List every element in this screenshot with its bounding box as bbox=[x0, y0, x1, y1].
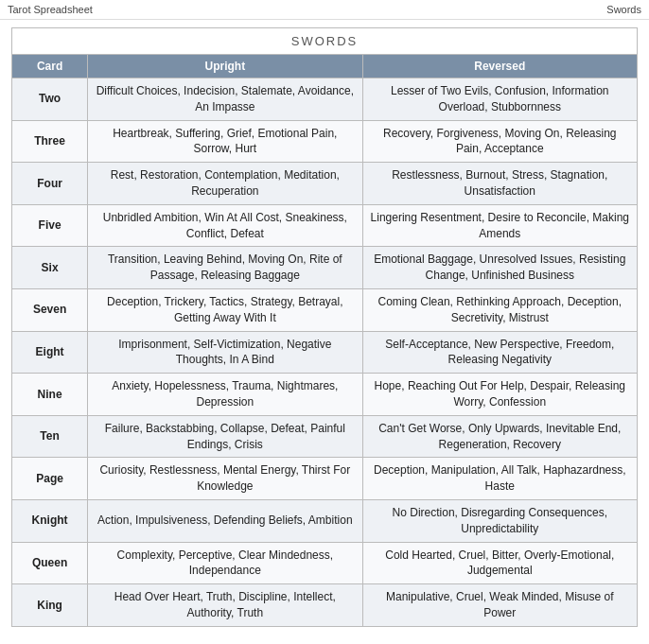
header-upright: Upright bbox=[88, 55, 362, 78]
table-row: TenFailure, Backstabbing, Collapse, Defe… bbox=[12, 415, 638, 458]
table-row: QueenComplexity, Perceptive, Clear Minde… bbox=[12, 542, 638, 584]
card-name: Four bbox=[12, 163, 88, 205]
card-name: Three bbox=[12, 120, 88, 163]
reversed-meanings: Lingering Resentment, Desire to Reconcil… bbox=[362, 204, 637, 247]
table-row: PageCuriosity, Restlessness, Mental Ener… bbox=[12, 458, 638, 500]
card-name: Six bbox=[12, 247, 88, 289]
reversed-meanings: Recovery, Forgiveness, Moving On, Releas… bbox=[362, 120, 637, 163]
reversed-meanings: No Direction, Disregarding Consequences,… bbox=[362, 499, 637, 542]
card-name: Page bbox=[12, 458, 88, 500]
section-title: SWORDS bbox=[12, 28, 638, 55]
upright-meanings: Transition, Leaving Behind, Moving On, R… bbox=[88, 247, 362, 289]
upright-meanings: Failure, Backstabbing, Collapse, Defeat,… bbox=[88, 415, 362, 458]
app-title: Tarot Spreadsheet bbox=[8, 4, 93, 15]
table-row: NineAnxiety, Hopelessness, Trauma, Night… bbox=[12, 374, 638, 416]
reversed-meanings: Cold Hearted, Cruel, Bitter, Overly-Emot… bbox=[362, 542, 637, 584]
card-name: Queen bbox=[12, 542, 88, 584]
reversed-meanings: Manipulative, Cruel, Weak Minded, Misuse… bbox=[362, 584, 637, 627]
card-name: Nine bbox=[12, 374, 88, 416]
table-row: EightImprisonment, Self-Victimization, N… bbox=[12, 331, 638, 374]
card-name: Ten bbox=[12, 415, 88, 458]
header-card: Card bbox=[12, 55, 88, 78]
upright-meanings: Unbridled Ambition, Win At All Cost, Sne… bbox=[88, 204, 362, 247]
reversed-meanings: Lesser of Two Evils, Confusion, Informat… bbox=[362, 78, 637, 121]
upright-meanings: Deception, Trickery, Tactics, Strategy, … bbox=[88, 288, 362, 331]
table-row: SevenDeception, Trickery, Tactics, Strat… bbox=[12, 288, 638, 331]
reversed-meanings: Can't Get Worse, Only Upwards, Inevitabl… bbox=[362, 415, 637, 458]
table-row: SixTransition, Leaving Behind, Moving On… bbox=[12, 247, 638, 289]
reversed-meanings: Self-Acceptance, New Perspective, Freedo… bbox=[362, 331, 637, 374]
upright-meanings: Curiosity, Restlessness, Mental Energy, … bbox=[88, 458, 362, 500]
upright-meanings: Heartbreak, Suffering, Grief, Emotional … bbox=[88, 120, 362, 163]
reversed-meanings: Emotional Baggage, Unresolved Issues, Re… bbox=[362, 247, 637, 289]
reversed-meanings: Hope, Reaching Out For Help, Despair, Re… bbox=[362, 374, 637, 416]
upright-meanings: Difficult Choices, Indecision, Stalemate… bbox=[88, 78, 362, 121]
card-name: Five bbox=[12, 204, 88, 247]
sheet-name: Swords bbox=[606, 4, 641, 15]
card-name: King bbox=[12, 584, 88, 627]
card-name: Eight bbox=[12, 331, 88, 374]
card-name: Seven bbox=[12, 288, 88, 331]
table-row: FourRest, Restoration, Contemplation, Me… bbox=[12, 163, 638, 205]
card-name: Two bbox=[12, 78, 88, 121]
table-row: TwoDifficult Choices, Indecision, Stalem… bbox=[12, 78, 638, 121]
upright-meanings: Head Over Heart, Truth, Discipline, Inte… bbox=[88, 584, 362, 627]
upright-meanings: Anxiety, Hopelessness, Trauma, Nightmare… bbox=[88, 374, 362, 416]
table-container: SWORDS Card Upright Reversed TwoDifficul… bbox=[0, 20, 649, 635]
reversed-meanings: Coming Clean, Rethinking Approach, Decep… bbox=[362, 288, 637, 331]
top-bar: Tarot Spreadsheet Swords bbox=[0, 0, 649, 20]
swords-table: SWORDS Card Upright Reversed TwoDifficul… bbox=[11, 27, 638, 627]
table-row: ThreeHeartbreak, Suffering, Grief, Emoti… bbox=[12, 120, 638, 163]
upright-meanings: Rest, Restoration, Contemplation, Medita… bbox=[88, 163, 362, 205]
section-header-row: SWORDS bbox=[12, 28, 638, 55]
table-row: KingHead Over Heart, Truth, Discipline, … bbox=[12, 584, 638, 627]
table-row: FiveUnbridled Ambition, Win At All Cost,… bbox=[12, 204, 638, 247]
reversed-meanings: Restlessness, Burnout, Stress, Stagnatio… bbox=[362, 163, 637, 205]
upright-meanings: Imprisonment, Self-Victimization, Negati… bbox=[88, 331, 362, 374]
upright-meanings: Action, Impulsiveness, Defending Beliefs… bbox=[88, 499, 362, 542]
upright-meanings: Complexity, Perceptive, Clear Mindedness… bbox=[88, 542, 362, 584]
card-name: Knight bbox=[12, 499, 88, 542]
table-row: KnightAction, Impulsiveness, Defending B… bbox=[12, 499, 638, 542]
reversed-meanings: Deception, Manipulation, All Talk, Hapha… bbox=[362, 458, 637, 500]
table-body: TwoDifficult Choices, Indecision, Stalem… bbox=[12, 78, 638, 627]
header-reversed: Reversed bbox=[362, 55, 637, 78]
column-header-row: Card Upright Reversed bbox=[12, 55, 638, 78]
